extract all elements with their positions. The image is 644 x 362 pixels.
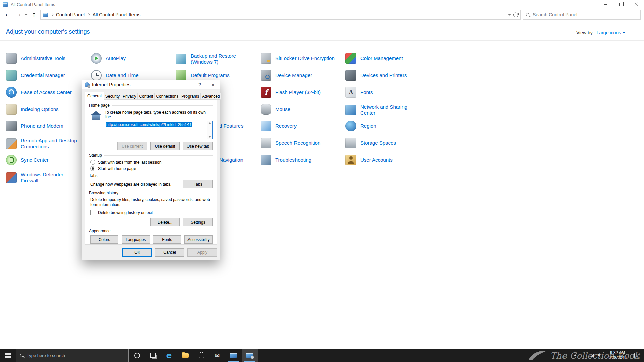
control-panel-item-color-management[interactable]: Color Management <box>345 53 403 64</box>
dialog-help-button[interactable]: ? <box>193 80 206 89</box>
volume-button[interactable] <box>596 349 604 362</box>
control-panel-item-fonts[interactable]: Fonts <box>345 87 373 98</box>
languages-button[interactable]: Languages <box>122 235 150 244</box>
user-accounts-icon <box>345 155 356 165</box>
control-panel-taskbar-button[interactable] <box>225 349 241 362</box>
use-new-tab-button[interactable]: Use new tab <box>183 142 213 150</box>
control-panel-item-default-programs[interactable]: Default Programs <box>176 70 230 81</box>
internet-properties-taskbar-button[interactable] <box>241 349 258 362</box>
control-panel-item-sync-center[interactable]: Sync Center <box>6 155 49 165</box>
radio-selected-icon[interactable] <box>90 166 95 171</box>
phone-modem-icon <box>6 121 17 131</box>
dialog-tab-privacy[interactable]: Privacy <box>121 93 138 100</box>
control-panel-item-label: Color Management <box>360 55 403 61</box>
appearance-group-label: Appearance <box>89 229 111 233</box>
home-page-url-field[interactable]: http://go.microsoft.com/fwlink/p/?LinkId… <box>105 121 213 139</box>
control-panel-item-region[interactable]: Region <box>345 121 376 131</box>
close-icon: × <box>211 82 215 88</box>
credential-manager-icon <box>6 70 17 81</box>
checkbox-icon[interactable] <box>90 210 95 215</box>
action-center-button[interactable] <box>631 353 643 358</box>
control-panel-item-mouse[interactable]: Mouse <box>261 104 290 115</box>
control-panel-item-bitlocker-drive-encryption[interactable]: BitLocker Drive Encryption <box>261 53 335 64</box>
control-panel-item-windows-defender-firewall[interactable]: Windows Defender Firewall <box>6 172 63 184</box>
control-panel-item-speech-recognition[interactable]: Speech Recognition <box>261 138 320 148</box>
autoplay-icon <box>91 53 102 64</box>
dialog-tab-content[interactable]: Content <box>137 93 155 100</box>
edge-icon <box>165 351 173 360</box>
scroll-up-icon[interactable] <box>208 122 211 124</box>
dialog-tab-advanced[interactable]: Advanced <box>200 93 221 100</box>
edge-taskbar-button[interactable] <box>161 349 177 362</box>
control-panel-item-network-and-sharing-center[interactable]: Network and Sharing Center <box>345 104 407 116</box>
accessibility-button[interactable]: Accessibility <box>184 235 213 244</box>
taskbar-app-buttons <box>129 349 258 362</box>
control-panel-item-ease-of-access-center[interactable]: Ease of Access Center <box>6 87 72 98</box>
taskbar-search-box[interactable]: Type here to search <box>16 349 129 362</box>
file-explorer-taskbar-button[interactable] <box>177 349 193 362</box>
radio-icon[interactable] <box>90 160 95 165</box>
control-panel-item-remoteapp-and-desktop-connections[interactable]: RemoteApp and Desktop Connections <box>6 138 77 150</box>
flash-player-icon <box>261 87 271 98</box>
control-panel-item-label: Speech Recognition <box>275 140 320 146</box>
home-page-group: Home page To create home page tabs, type… <box>89 103 213 150</box>
control-panel-item-date-and-time[interactable]: Date and Time <box>91 70 139 81</box>
control-panel-item-storage-spaces[interactable]: Storage Spaces <box>345 138 396 148</box>
fonts-button[interactable]: Fonts <box>153 235 181 244</box>
cancel-button[interactable]: Cancel <box>155 248 184 257</box>
network-sharing-icon <box>345 105 356 115</box>
control-panel-item-troubleshooting[interactable]: Troubleshooting <box>261 155 311 165</box>
task-view-taskbar-button[interactable] <box>145 349 161 362</box>
control-panel-item-autoplay[interactable]: AutoPlay <box>91 53 126 64</box>
control-panel-item-indexing-options[interactable]: Indexing Options <box>6 104 59 115</box>
control-panel-item-administrative-tools[interactable]: Administrative Tools <box>6 53 65 64</box>
taskbar-clock[interactable]: 9:32 AM 9/28/2019 <box>604 350 631 360</box>
use-current-button[interactable]: Use current <box>117 142 147 150</box>
settings-button[interactable]: Settings <box>183 218 213 226</box>
control-panel-item-devices-and-printers[interactable]: Devices and Printers <box>345 70 407 81</box>
internet-properties-icon <box>85 82 90 87</box>
cortana-taskbar-button[interactable] <box>129 349 145 362</box>
group-divider <box>112 105 213 106</box>
dialog-titlebar[interactable]: Internet Properties ? × <box>82 80 220 89</box>
apply-button[interactable]: Apply <box>187 248 217 257</box>
control-panel-item-label: Windows Defender Firewall <box>21 172 63 184</box>
control-panel-item-user-accounts[interactable]: User Accounts <box>345 155 393 165</box>
dialog-title: Internet Properties <box>92 82 130 87</box>
dialog-tab-programs[interactable]: Programs <box>180 93 201 100</box>
dialog-tab-connections[interactable]: Connections <box>154 93 180 100</box>
dialog-close-button[interactable]: × <box>206 80 220 89</box>
start-button[interactable] <box>0 349 16 362</box>
delete-button[interactable]: Delete... <box>150 218 180 226</box>
scroll-down-icon[interactable] <box>208 136 211 138</box>
tabs-button[interactable]: Tabs <box>183 180 213 188</box>
internet-properties-icon <box>245 351 254 360</box>
control-panel-item-flash-player-32-bit[interactable]: Flash Player (32-bit) <box>261 87 321 98</box>
internet-properties-dialog: Internet Properties ? × GeneralSecurityP… <box>82 80 220 260</box>
network-icon <box>590 354 594 357</box>
ok-button[interactable]: OK <box>122 248 152 257</box>
colors-button[interactable]: Colors <box>90 235 118 244</box>
radio-start-with-home-page[interactable]: Start with home page <box>90 166 213 171</box>
control-panel-item-label: Troubleshooting <box>275 157 311 163</box>
control-panel-item-backup-and-restore-windows-7[interactable]: Backup and Restore (Windows 7) <box>176 53 236 65</box>
dialog-tab-security[interactable]: Security <box>104 93 121 100</box>
control-panel-icon <box>229 351 238 360</box>
url-field-scrollbar[interactable] <box>207 121 212 139</box>
store-taskbar-button[interactable] <box>193 349 209 362</box>
control-panel-item-phone-and-modem[interactable]: Phone and Modem <box>6 121 63 131</box>
control-panel-item-device-manager[interactable]: Device Manager <box>261 70 312 81</box>
delete-history-checkbox-row[interactable]: Delete browsing history on exit <box>90 210 213 215</box>
mail-taskbar-button[interactable] <box>209 349 225 362</box>
group-divider <box>100 176 213 176</box>
control-panel-item-credential-manager[interactable]: Credential Manager <box>6 70 65 81</box>
control-panel-item-label: Recovery <box>275 123 297 129</box>
dialog-tab-general[interactable]: General <box>85 92 104 100</box>
touch-keyboard-button[interactable] <box>579 349 588 362</box>
radio-start-with-tabs-from-the-last-session[interactable]: Start with tabs from the last session <box>90 160 213 165</box>
control-panel-item-label: Ease of Access Center <box>21 89 72 95</box>
network-button[interactable] <box>588 349 596 362</box>
hidden-icons-chevron-button[interactable] <box>571 349 579 362</box>
use-default-button[interactable]: Use default <box>150 142 180 150</box>
control-panel-item-recovery[interactable]: Recovery <box>261 121 297 131</box>
